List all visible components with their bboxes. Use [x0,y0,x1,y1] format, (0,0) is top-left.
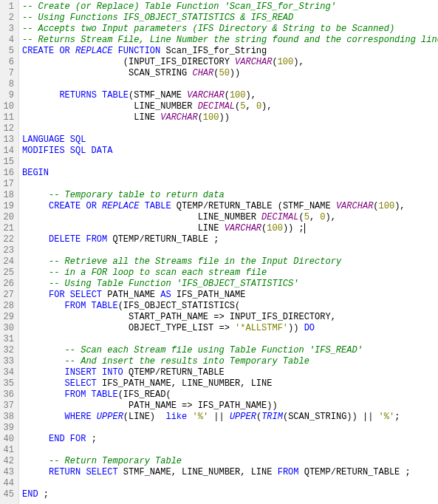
code-line[interactable] [22,334,435,345]
code-line[interactable]: FROM TABLE(IFS_OBJECT_STATISTICS( [22,301,435,312]
code-line[interactable]: END ; [22,489,435,500]
code-line[interactable]: START_PATH_NAME => INPUT_IFS_DIRECTORY, [22,312,435,323]
code-line[interactable]: RETURNS TABLE(STMF_NAME VARCHAR(100), [22,90,435,101]
token-id: QTEMP/RETURN_TABLE ; [299,467,411,477]
line-number: 11 [3,112,14,123]
token-id: IFS_PATH_NAME, LINE_NUMBER, LINE [97,378,273,389]
code-line[interactable]: SELECT IFS_PATH_NAME, LINE_NUMBER, LINE [22,378,435,389]
code-line[interactable]: WHERE UPPER(LINE) like '%' || UPPER(TRIM… [22,412,435,423]
token-n: 100 [267,223,283,234]
code-line[interactable] [22,123,435,134]
token-id: )) [219,112,229,123]
token-id: ), [293,57,304,67]
code-line[interactable]: CREATE OR REPLACE FUNCTION Scan_IFS_for_… [22,46,435,57]
code-line[interactable]: -- Scan each Stream file using Table Fun… [22,345,435,356]
code-editor[interactable]: 1234567891011121314151617181920212223242… [0,0,438,504]
token-c: -- Return Temporary Table [49,456,182,466]
line-number: 7 [3,68,14,79]
token-k: END [22,489,38,500]
code-area[interactable]: -- Create (or Replace) Table Function 'S… [19,0,438,504]
line-number: 17 [3,179,14,190]
token-c: -- Create (or Replace) Table Function 'S… [22,1,336,12]
token-id [22,90,59,101]
token-id [22,256,49,267]
code-line[interactable]: -- Create (or Replace) Table Function 'S… [22,1,435,13]
line-number: 4 [3,35,14,46]
code-line[interactable]: END FOR ; [22,434,435,445]
line-number: 9 [3,90,14,101]
line-number: 18 [3,190,14,201]
code-line[interactable] [22,478,435,489]
token-id: ( [225,90,230,101]
line-number: 15 [3,157,14,168]
code-line[interactable]: FROM TABLE(IFS_READ( [22,389,435,401]
code-line[interactable]: PATH_NAME => IFS_PATH_NAME)) [22,401,435,412]
code-line[interactable] [22,423,435,434]
token-c: -- Scan each Stream file using Table Fun… [65,345,363,355]
code-line[interactable]: LANGUAGE SQL [22,134,435,146]
token-n: 0 [256,101,261,112]
token-id: QTEMP/RETURN_TABLE [123,367,225,378]
code-line[interactable]: FOR SELECT PATH_NAME AS IFS_PATH_NAME [22,290,435,301]
token-id [22,378,65,389]
code-line[interactable]: -- And insert the results into Temporary… [22,356,435,367]
line-number: 24 [3,256,14,268]
code-line[interactable] [22,445,435,456]
token-s: '%' [192,412,208,422]
token-id: ( [373,201,378,211]
code-line[interactable] [22,79,435,90]
code-line[interactable]: -- Using Functions IFS_OBJECT_STATISTICS… [22,13,435,24]
token-id: LINE [22,112,160,123]
code-line[interactable] [22,179,435,190]
code-line[interactable]: LINE_NUMBER DECIMAL(5, 0), [22,212,435,223]
code-line[interactable]: RETURN SELECT STMF_NAME, LINE_NUMBER, LI… [22,467,435,478]
line-number: 1 [3,1,14,13]
token-id: , [309,212,320,222]
token-id: )) [288,323,304,333]
code-line[interactable]: -- Temporary table to return data [22,190,435,201]
token-id: ( [198,112,203,123]
code-line[interactable] [22,157,435,168]
token-k: CREATE OR [49,201,102,211]
code-line[interactable]: (INPUT_IFS_DIRECTORY VARCHAR(100), [22,57,435,68]
token-k: SELECT [65,378,97,389]
token-id: )) [230,68,240,78]
token-id [22,412,65,422]
code-line[interactable]: BEGIN [22,168,435,179]
code-line[interactable]: -- in a FOR loop to scan each stream fil… [22,268,435,279]
line-number: 23 [3,245,14,256]
line-number: 12 [3,123,14,134]
line-number: 16 [3,168,14,179]
code-line[interactable]: -- Return Temporary Table [22,456,435,467]
line-number: 41 [3,445,14,456]
code-line[interactable]: -- Using Table Function 'IFS_OBJECT_STAT… [22,279,435,290]
token-k: WHERE [65,412,97,422]
line-number: 3 [3,24,14,35]
token-id: OBJECT_TYPE_LIST => [22,323,235,333]
code-line[interactable]: LINE VARCHAR(100)) ; [22,223,435,234]
code-line[interactable]: MODIFIES SQL DATA [22,146,435,157]
line-number: 38 [3,412,14,423]
code-line[interactable]: -- Retrieve all the Streams file in the … [22,256,435,268]
code-line[interactable] [22,245,435,256]
token-id: ), [326,212,336,222]
code-line[interactable]: -- Accepts two Input parameters (IFS Dir… [22,24,435,35]
line-number: 22 [3,234,14,245]
line-number: 13 [3,134,14,146]
code-line[interactable]: OBJECT_TYPE_LIST => '*ALLSTMF')) DO [22,323,435,334]
token-k: FROM [278,467,299,477]
token-k: AS [160,290,171,300]
code-line[interactable]: SCAN_STRING CHAR(50)) [22,68,435,79]
line-number: 35 [3,378,14,389]
token-t: VARCHAR [235,57,272,67]
code-line[interactable]: DELETE FROM QTEMP/RETURN_TABLE ; [22,234,435,245]
code-line[interactable]: CREATE OR REPLACE TABLE QTEMP/RETURN_TAB… [22,201,435,212]
code-line[interactable]: LINE_NUMBER DECIMAL(5, 0), [22,101,435,112]
token-id: IFS_PATH_NAME [171,290,246,300]
token-k: INSERT INTO [65,367,123,378]
code-line[interactable]: LINE VARCHAR(100)) [22,112,435,123]
code-line[interactable]: -- Returns Stream File, Line Number the … [22,35,435,46]
token-id [22,190,49,200]
token-t: VARCHAR [225,223,261,234]
code-line[interactable]: INSERT INTO QTEMP/RETURN_TABLE [22,367,435,378]
